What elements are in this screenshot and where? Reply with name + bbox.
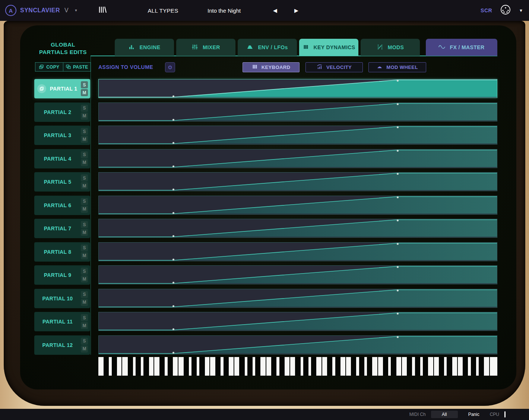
black-key[interactable] [359,357,364,376]
key-curve-row-7[interactable] [98,219,497,238]
solo-button[interactable]: S [81,268,88,275]
black-key[interactable] [239,357,244,376]
mute-button[interactable]: M [81,89,88,96]
partial-item-10[interactable]: PARTIAL 10SM [34,289,90,308]
assign-power-toggle[interactable] [165,62,175,72]
tab-mods[interactable]: MODS [361,39,420,56]
tab-key-dynamics[interactable]: KEY DYNAMICS [299,39,358,56]
solo-button[interactable]: S [81,81,88,88]
partial-item-2[interactable]: PARTIAL 2SM [34,102,90,122]
white-key[interactable] [490,357,497,376]
curve-start-handle[interactable] [172,212,174,214]
curve-start-handle[interactable] [172,328,174,330]
mute-button[interactable]: M [81,252,88,259]
black-key[interactable] [143,357,149,376]
black-key[interactable] [279,357,285,376]
black-key[interactable] [104,357,109,376]
black-key[interactable] [423,357,428,376]
curve-top-handle[interactable] [397,103,399,105]
black-key[interactable] [463,357,468,376]
curve-top-handle[interactable] [397,313,399,315]
key-curve-row-1[interactable] [98,79,497,98]
solo-button[interactable]: S [81,291,88,298]
curve-start-handle[interactable] [172,95,174,97]
curve-top-handle[interactable] [397,336,399,338]
black-key[interactable] [215,357,221,376]
curve-top-handle[interactable] [397,80,399,82]
mute-button[interactable]: M [81,229,88,236]
mute-button[interactable]: M [81,182,88,189]
curve-start-handle[interactable] [172,119,174,121]
partial-item-9[interactable]: PARTIAL 9SM [34,265,90,285]
curve-start-handle[interactable] [172,235,174,237]
partial-item-7[interactable]: PARTIAL 7SM [34,219,90,238]
resize-dropdown-icon[interactable]: ▼ [519,8,523,13]
next-preset-button[interactable]: ▶ [294,7,298,13]
key-curve-row-6[interactable] [98,196,497,215]
tab-env-lfos[interactable]: ENV / LFOs [238,39,297,56]
app-menu-caret-icon[interactable]: ▼ [75,9,78,12]
curve-top-handle[interactable] [397,150,399,152]
key-curve-row-2[interactable] [98,102,497,121]
curve-start-handle[interactable] [172,189,174,190]
partial-item-12[interactable]: PARTIAL 12SM [34,335,90,355]
solo-button[interactable]: S [81,221,88,228]
curve-top-handle[interactable] [397,196,399,198]
input-source-velocity-button[interactable]: VELOCITY [305,62,363,72]
black-key[interactable] [447,357,452,376]
key-curve-row-12[interactable] [98,335,497,354]
partial-item-8[interactable]: PARTIAL 8SM [34,242,90,262]
black-key[interactable] [471,357,476,376]
input-source-keyboard-button[interactable]: KEYBOARD [243,62,300,72]
prev-preset-button[interactable]: ◀ [273,7,277,13]
black-key[interactable] [383,357,388,376]
black-key[interactable] [407,357,412,376]
duplicate-partial-icon[interactable] [37,84,46,93]
black-key[interactable] [191,357,197,376]
mute-button[interactable]: M [81,206,88,213]
curve-top-handle[interactable] [397,266,399,268]
black-key[interactable] [271,357,276,376]
black-key[interactable] [168,357,173,376]
midi-din-icon[interactable] [500,4,511,16]
preset-name[interactable]: Into the Night [208,7,241,14]
black-key[interactable] [255,357,260,376]
midi-ch-select[interactable]: All [431,411,458,418]
solo-button[interactable]: S [81,151,88,158]
mute-button[interactable]: M [81,159,88,166]
mute-button[interactable]: M [81,299,88,306]
solo-button[interactable]: S [81,174,88,181]
solo-button[interactable]: S [81,198,88,205]
black-key[interactable] [136,357,141,376]
tab-mixer[interactable]: MIXER [176,39,235,56]
solo-button[interactable]: S [81,338,88,345]
black-key[interactable] [391,357,396,376]
black-key[interactable] [415,357,420,376]
partial-item-4[interactable]: PARTIAL 4SM [34,149,90,168]
black-key[interactable] [479,357,484,376]
curve-start-handle[interactable] [172,305,174,307]
paste-button[interactable]: PASTE [63,62,91,72]
curve-top-handle[interactable] [397,126,399,128]
partial-item-5[interactable]: PARTIAL 5SM [34,172,90,192]
black-key[interactable] [311,357,316,376]
black-key[interactable] [159,357,165,376]
black-key[interactable] [295,357,300,376]
black-key[interactable] [184,357,189,376]
mute-button[interactable]: M [81,345,88,353]
black-key[interactable] [327,357,332,376]
partial-item-1[interactable]: PARTIAL 1SM [34,79,90,98]
black-key[interactable] [303,357,308,376]
key-curve-row-3[interactable] [98,126,497,145]
curve-start-handle[interactable] [172,282,174,284]
black-key[interactable] [224,357,229,376]
key-curve-row-9[interactable] [98,265,497,284]
black-key[interactable] [367,357,372,376]
curve-start-handle[interactable] [172,259,174,260]
curve-top-handle[interactable] [397,243,399,245]
black-key[interactable] [335,357,340,376]
panic-button[interactable]: Panic [463,411,485,418]
curve-start-handle[interactable] [172,352,174,354]
tab-fx-master[interactable]: FX / MASTER [426,39,497,56]
curve-top-handle[interactable] [397,290,399,291]
